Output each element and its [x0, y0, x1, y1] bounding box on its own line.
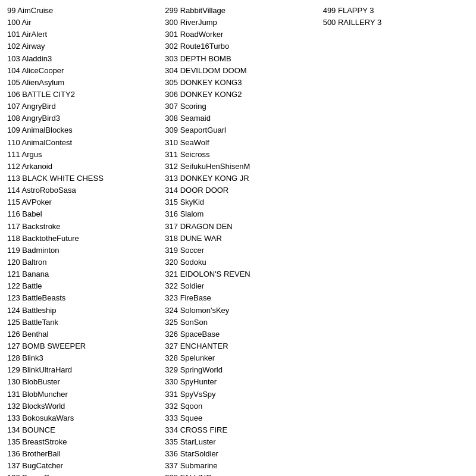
list-item: 101 AirAlert [7, 29, 155, 40]
list-item: 125 BattleTank [7, 317, 155, 328]
list-item: 129 BlinkUltraHard [7, 364, 155, 376]
list-item: 308 Seamaid [165, 112, 313, 124]
list-item: 309 SeaportGuarl [165, 124, 313, 136]
list-item: 328 Spelunker [165, 352, 313, 364]
list-item: 118 BacktotheFuture [7, 233, 155, 245]
list-item: 104 AliceCooper [7, 65, 155, 77]
list-item: 135 BreastStroke [7, 436, 155, 448]
list-item: 330 SpyHunter [165, 376, 313, 388]
list-item: 314 DOOR DOOR [165, 184, 313, 196]
list-item: 116 Babel [7, 208, 155, 220]
list-item: 130 BlobBuster [7, 376, 155, 388]
list-item: 317 DRAGON DEN [165, 221, 313, 233]
list-item: 307 Scoring [165, 101, 313, 112]
list-item: 126 Benthal [7, 328, 155, 340]
list-item: 305 DONKEY KONG3 [165, 77, 313, 89]
list-item: 331 SpyVsSpy [165, 389, 313, 400]
list-item: 119 Badminton [7, 245, 155, 256]
list-item: 319 Soccer [165, 245, 313, 256]
list-item: 107 AngryBird [7, 101, 155, 112]
list-item: 115 AVPoker [7, 196, 155, 208]
list-item: 299 RabbitVillage [165, 5, 313, 17]
list-item: 127 BOMB SWEEPER [7, 340, 155, 352]
list-item: 106 BATTLE CITY2 [7, 89, 155, 101]
list-item: 302 Route16Turbo [165, 40, 313, 52]
list-item: 138 BuggyPopper [7, 472, 155, 476]
list-item: 300 RiverJump [165, 17, 313, 29]
list-item: 113 BLACK WHITE CHESS [7, 173, 155, 184]
list-item: 99 AimCruise [7, 5, 155, 17]
list-item: 128 Blink3 [7, 352, 155, 364]
list-item: 108 AngryBird3 [7, 112, 155, 124]
main-container: 99 AimCruise100 Air101 AirAlert102 Airwa… [0, 0, 476, 476]
list-item: 311 Seicross [165, 149, 313, 161]
list-item: 109 AnimalBlockes [7, 124, 155, 136]
list-item: 333 Squee [165, 412, 313, 424]
list-item: 137 BugCatcher [7, 460, 155, 472]
list-item: 121 Banana [7, 268, 155, 280]
list-item: 114 AstroRoboSasa [7, 184, 155, 196]
list-item: 325 SonSon [165, 317, 313, 328]
list-item: 332 Sqoon [165, 400, 313, 412]
list-item: 304 DEVILDOM DOOM [165, 65, 313, 77]
list-item: 315 SkyKid [165, 196, 313, 208]
list-item: 312 SeifukuHenShisenM [165, 161, 313, 173]
list-item: 327 ENCHANTER [165, 340, 313, 352]
list-item: 334 CROSS FIRE [165, 424, 313, 436]
list-item: 306 DONKEY KONG2 [165, 89, 313, 101]
list-item: 102 Airway [7, 40, 155, 52]
list-item: 303 DEPTH BOMB [165, 53, 313, 65]
list-item: 316 Slalom [165, 208, 313, 220]
list-item: 100 Air [7, 17, 155, 29]
list-item: 111 Argus [7, 149, 155, 161]
list-item: 500 RAILLERY 3 [323, 17, 471, 29]
list-item: 329 SpringWorld [165, 364, 313, 376]
list-item: 105 AlienAsylum [7, 77, 155, 89]
list-item: 117 Backstroke [7, 221, 155, 233]
list-item: 326 SpaceBase [165, 328, 313, 340]
list-item: 122 Battle [7, 280, 155, 292]
list-item: 499 FLAPPY 3 [323, 5, 471, 17]
list-item: 338 FALLING [165, 472, 313, 476]
list-item: 323 FireBase [165, 292, 313, 304]
column-1: 99 AimCruise100 Air101 AirAlert102 Airwa… [0, 5, 160, 476]
list-item: 320 Sodoku [165, 256, 313, 268]
list-item: 133 BokosukаWars [7, 412, 155, 424]
list-item: 124 Battleship [7, 305, 155, 317]
list-item: 123 BattleBeasts [7, 292, 155, 304]
list-item: 335 StarLuster [165, 436, 313, 448]
list-item: 310 SeaWolf [165, 137, 313, 149]
list-item: 318 DUNE WAR [165, 233, 313, 245]
list-item: 337 Submarine [165, 460, 313, 472]
list-item: 136 BrotherBall [7, 448, 155, 460]
list-item: 131 BlobMuncher [7, 389, 155, 400]
list-item: 110 AnimalContest [7, 137, 155, 149]
list-item: 321 EIDOLON'S REVEN [165, 268, 313, 280]
list-item: 120 Baltron [7, 256, 155, 268]
list-item: 324 Solomon'sKey [165, 305, 313, 317]
list-item: 103 Aladdin3 [7, 53, 155, 65]
list-item: 336 StarSoldier [165, 448, 313, 460]
list-item: 301 RoadWorker [165, 29, 313, 40]
list-item: 112 Arkanoid [7, 161, 155, 173]
list-item: 132 BlocksWorld [7, 400, 155, 412]
list-item: 313 DONKEY KONG JR [165, 173, 313, 184]
column-3: 499 FLAPPY 3500 RAILLERY 3 [318, 5, 476, 476]
list-item: 134 BOUNCE [7, 424, 155, 436]
column-2: 299 RabbitVillage300 RiverJump301 RoadWo… [160, 5, 318, 476]
list-item: 322 Soldier [165, 280, 313, 292]
